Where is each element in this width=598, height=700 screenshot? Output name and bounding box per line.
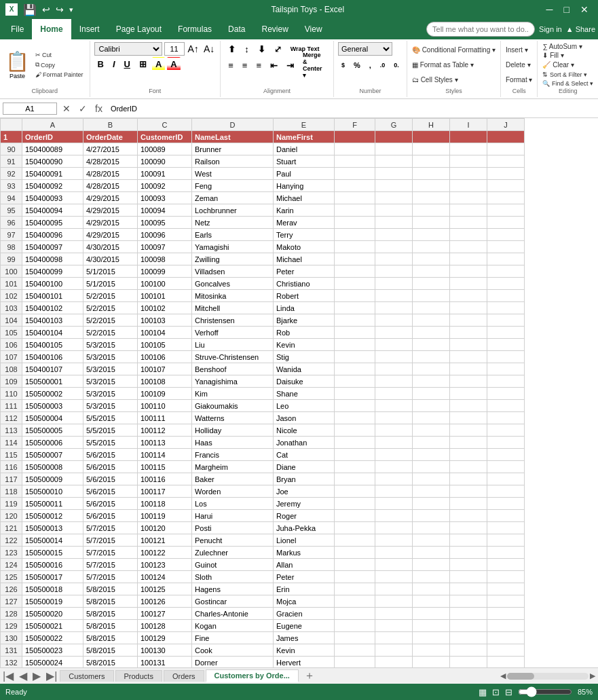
cell-namelast[interactable]: Margheim <box>192 461 274 473</box>
cell-f[interactable] <box>335 265 375 278</box>
table-row[interactable]: 951504000944/29/2015100094LochbrunnerKar… <box>1 204 525 217</box>
col-header-f[interactable]: F <box>335 119 375 131</box>
cell-orderid[interactable]: 150500020 <box>22 608 83 620</box>
cell-orderid[interactable]: 150500005 <box>22 424 83 437</box>
cell-g[interactable] <box>375 253 413 265</box>
tab-customers-by-order[interactable]: Customers by Orde... <box>206 669 299 682</box>
cell-orderid[interactable]: 150500022 <box>22 632 83 644</box>
format-button[interactable]: Format ▾ <box>505 75 533 84</box>
cell-customerid[interactable]: 100126 <box>138 595 192 608</box>
header-i[interactable] <box>450 131 487 143</box>
cell-h[interactable] <box>413 534 450 547</box>
cell-namefirst[interactable]: Nicole <box>274 424 335 437</box>
cell-j[interactable] <box>487 339 525 351</box>
cell-orderdate[interactable]: 5/7/2015 <box>83 522 138 534</box>
cell-h[interactable] <box>413 473 450 485</box>
table-row[interactable]: 1051504001045/2/2015100104VerhoffRob <box>1 327 525 339</box>
table-row[interactable]: 1111505000035/3/2015100110GiakoumakisLeo <box>1 400 525 412</box>
row-num[interactable]: 127 <box>1 595 22 608</box>
table-row[interactable]: 1201505000125/6/2015100119HaruiRoger <box>1 510 525 522</box>
cell-j[interactable] <box>487 657 525 668</box>
cell-h[interactable] <box>413 461 450 473</box>
cell-j[interactable] <box>487 461 525 473</box>
table-row[interactable]: 901504000894/27/2015100089BrunnerDaniel <box>1 143 525 155</box>
cell-f[interactable] <box>335 657 375 668</box>
cell-g[interactable] <box>375 620 413 632</box>
cell-g[interactable] <box>375 229 413 241</box>
cell-customerid[interactable]: 100111 <box>138 412 192 424</box>
cell-customerid[interactable]: 100098 <box>138 253 192 265</box>
row-num[interactable]: 129 <box>1 620 22 632</box>
cell-i[interactable] <box>450 412 487 424</box>
cell-orderdate[interactable]: 4/28/2015 <box>83 168 138 180</box>
cell-j[interactable] <box>487 314 525 327</box>
cell-namefirst[interactable]: Peter <box>274 571 335 583</box>
cell-namelast[interactable]: Giakoumakis <box>192 400 274 412</box>
insert-button[interactable]: Insert ▾ <box>505 45 533 54</box>
cell-i[interactable] <box>450 168 487 180</box>
cell-customerid[interactable]: 100090 <box>138 155 192 168</box>
row-num[interactable]: 98 <box>1 241 22 253</box>
cell-customerid[interactable]: 100118 <box>138 498 192 510</box>
cell-h[interactable] <box>413 339 450 351</box>
cell-f[interactable] <box>335 363 375 375</box>
row-num[interactable]: 91 <box>1 155 22 168</box>
table-row[interactable]: 941504000934/29/2015100093ZemanMichael <box>1 192 525 204</box>
cell-namefirst[interactable]: Stuart <box>274 155 335 168</box>
align-bottom-button[interactable]: ⬇ <box>255 42 269 56</box>
row-num[interactable]: 113 <box>1 424 22 437</box>
cell-i[interactable] <box>450 278 487 290</box>
col-header-g[interactable]: G <box>375 119 413 131</box>
cell-i[interactable] <box>450 620 487 632</box>
cell-orderdate[interactable]: 5/6/2015 <box>83 498 138 510</box>
cell-orderid[interactable]: 150500017 <box>22 571 83 583</box>
cell-i[interactable] <box>450 290 487 302</box>
cell-orderid[interactable]: 150400096 <box>22 229 83 241</box>
cell-g[interactable] <box>375 192 413 204</box>
cell-g[interactable] <box>375 314 413 327</box>
cell-j[interactable] <box>487 437 525 449</box>
cell-namelast[interactable]: Harui <box>192 510 274 522</box>
cell-i[interactable] <box>450 473 487 485</box>
format-as-table-button[interactable]: ▦ Format as Table ▾ <box>411 60 496 69</box>
cell-j[interactable] <box>487 424 525 437</box>
cell-namelast[interactable]: Verhoff <box>192 327 274 339</box>
cell-h[interactable] <box>413 412 450 424</box>
table-row[interactable]: 1301505000225/8/2015100129FineJames <box>1 632 525 644</box>
cell-namefirst[interactable]: Stig <box>274 351 335 363</box>
cell-namefirst[interactable]: Michael <box>274 253 335 265</box>
cell-f[interactable] <box>335 437 375 449</box>
cell-f[interactable] <box>335 595 375 608</box>
cell-g[interactable] <box>375 204 413 217</box>
add-sheet-button[interactable]: ＋ <box>300 669 319 683</box>
cell-i[interactable] <box>450 180 487 192</box>
cell-i[interactable] <box>450 143 487 155</box>
row-num[interactable]: 95 <box>1 204 22 217</box>
cell-orderid[interactable]: 150400089 <box>22 143 83 155</box>
row-num[interactable]: 93 <box>1 180 22 192</box>
tab-nav-last[interactable]: ▶| <box>43 669 60 682</box>
row-num[interactable]: 120 <box>1 510 22 522</box>
cell-namefirst[interactable]: James <box>274 632 335 644</box>
hscroll-bar[interactable] <box>507 673 588 680</box>
cell-customerid[interactable]: 100119 <box>138 510 192 522</box>
cell-namelast[interactable]: Posti <box>192 522 274 534</box>
row-num[interactable]: 107 <box>1 351 22 363</box>
quick-undo[interactable]: ↩ <box>42 4 50 15</box>
cell-g[interactable] <box>375 437 413 449</box>
cell-g[interactable] <box>375 143 413 155</box>
table-row[interactable]: 1291505000215/8/2015100128KoganEugene <box>1 620 525 632</box>
cell-f[interactable] <box>335 583 375 595</box>
cell-i[interactable] <box>450 351 487 363</box>
cell-g[interactable] <box>375 302 413 314</box>
cell-namelast[interactable]: West <box>192 168 274 180</box>
cell-f[interactable] <box>335 632 375 644</box>
cell-orderdate[interactable]: 4/30/2015 <box>83 253 138 265</box>
cell-h[interactable] <box>413 241 450 253</box>
table-row[interactable]: 921504000914/28/2015100091WestPaul <box>1 168 525 180</box>
cell-customerid[interactable]: 100095 <box>138 217 192 229</box>
cell-namefirst[interactable]: Diane <box>274 461 335 473</box>
cell-h[interactable] <box>413 229 450 241</box>
zoom-slider[interactable] <box>518 686 572 697</box>
cell-g[interactable] <box>375 559 413 571</box>
